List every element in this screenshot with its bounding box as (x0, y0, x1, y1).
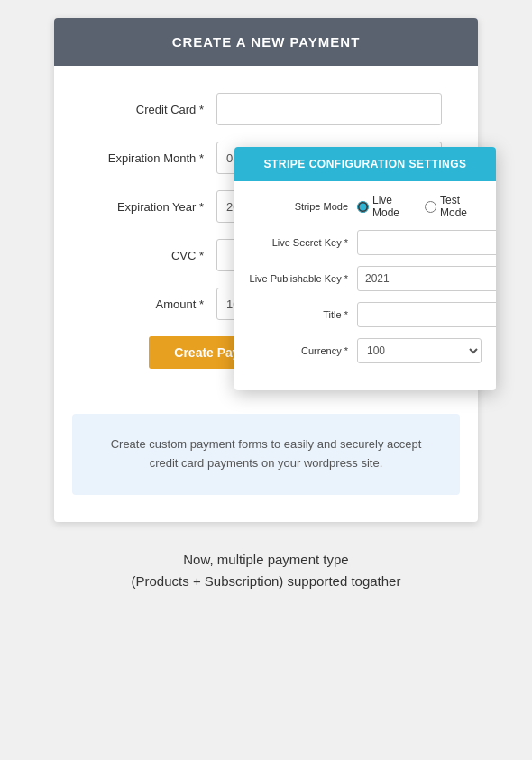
stripe-modal-header: STRIPE CONFIGURATION SETTINGS (234, 147, 496, 181)
test-mode-radio[interactable] (425, 201, 436, 213)
stripe-mode-row: Stripe Mode Live Mode Test Mode (249, 194, 482, 219)
live-publishable-key-label: Live Publishable Key * (249, 273, 357, 284)
expiration-month-label: Expiration Month * (90, 151, 216, 165)
main-card: CREATE A NEW PAYMENT Credit Card * Expir… (54, 18, 478, 522)
card-header: CREATE A NEW PAYMENT (54, 18, 478, 66)
amount-label: Amount * (90, 298, 216, 311)
card-body: Credit Card * Expiration Month * Expirat… (54, 66, 478, 414)
currency-label: Currency * (249, 345, 357, 356)
stripe-mode-radio-group: Live Mode Test Mode (357, 194, 482, 219)
test-mode-label: Test Mode (440, 194, 482, 219)
live-secret-key-input[interactable] (357, 230, 496, 255)
info-box-text: Create custom payment forms to easily an… (111, 437, 422, 470)
live-publishable-key-input[interactable] (357, 266, 496, 291)
live-secret-key-row: Live Secret Key * (249, 230, 482, 255)
expiration-year-label: Expiration Year * (90, 200, 216, 214)
bottom-text: Now, multiple payment type (Products + S… (54, 549, 478, 592)
live-mode-option[interactable]: Live Mode (357, 194, 414, 219)
title-field-row: Title * (249, 302, 482, 327)
live-publishable-key-row: Live Publishable Key * (249, 266, 482, 291)
title-field-input[interactable] (357, 302, 496, 327)
cvc-label: CVC * (90, 249, 216, 262)
credit-card-row: Credit Card * (90, 93, 442, 125)
stripe-modal: STRIPE CONFIGURATION SETTINGS Stripe Mod… (234, 147, 496, 390)
stripe-mode-label: Stripe Mode (249, 201, 357, 212)
live-mode-label: Live Mode (372, 194, 414, 219)
stripe-modal-title: STRIPE CONFIGURATION SETTINGS (264, 158, 467, 170)
bottom-text-line2: (Products + Subscription) supported toga… (72, 571, 460, 592)
currency-select[interactable]: 100 USD EUR GBP (357, 338, 482, 363)
stripe-modal-body: Stripe Mode Live Mode Test Mode (234, 181, 496, 390)
test-mode-option[interactable]: Test Mode (425, 194, 482, 219)
card-title: CREATE A NEW PAYMENT (172, 34, 361, 50)
currency-row: Currency * 100 USD EUR GBP (249, 338, 482, 363)
title-field-label: Title * (249, 309, 357, 320)
credit-card-label: Credit Card * (90, 103, 216, 116)
credit-card-input[interactable] (216, 93, 442, 125)
info-box: Create custom payment forms to easily an… (72, 414, 460, 495)
bottom-text-line1: Now, multiple payment type (72, 549, 460, 571)
live-mode-radio[interactable] (357, 201, 369, 213)
live-secret-key-label: Live Secret Key * (249, 237, 357, 248)
